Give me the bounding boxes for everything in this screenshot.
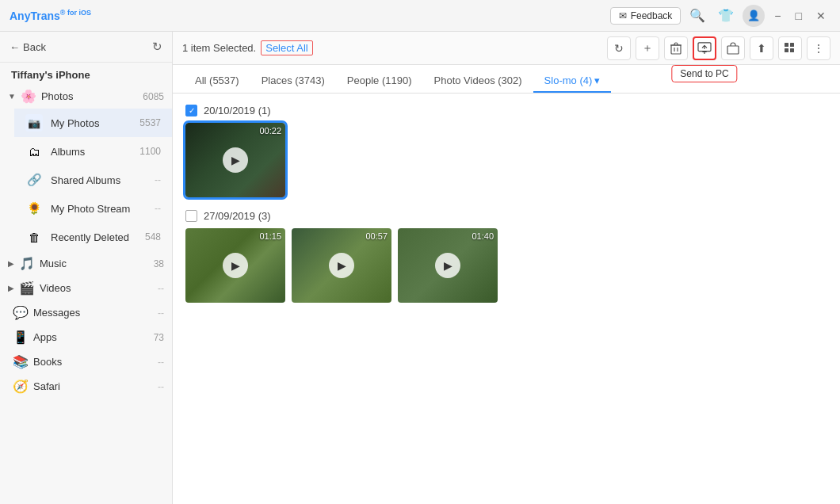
shared-albums-label: Shared Albums	[51, 174, 147, 186]
tab-photo-videos[interactable]: Photo Videos (302)	[423, 70, 533, 93]
books-icon: 📚	[13, 354, 29, 369]
apps-icon: 📱	[13, 330, 29, 345]
feedback-button[interactable]: ✉ Feedback	[610, 7, 682, 25]
thumb-duration-2: 01:15	[259, 231, 281, 241]
add-button[interactable]: ＋	[636, 36, 659, 60]
videos-icon: 🎬	[19, 281, 35, 296]
photos-icon: 🌸	[21, 89, 36, 104]
close-button[interactable]: ✕	[811, 6, 830, 25]
app-logo: AnyTrans® for iOS	[10, 9, 610, 22]
tab-slo-mo[interactable]: Slo-mo (4) ▾	[533, 70, 612, 93]
maximize-button[interactable]: □	[791, 6, 807, 25]
date-header-2: 27/09/2019 (3)	[185, 210, 827, 222]
books-label: Books	[33, 356, 153, 368]
date-group-2: 27/09/2019 (3) 01:15 ▶ 00:57 ▶ 01:40 ▶	[185, 210, 827, 303]
my-photos-label: My Photos	[51, 117, 132, 129]
photo-thumb-3[interactable]: 00:57 ▶	[292, 228, 391, 303]
search-button[interactable]: 🔍	[685, 4, 709, 28]
my-photos-icon: 📷	[25, 114, 43, 132]
date-group-1: ✓ 20/10/2019 (1) 00:22 ▶	[185, 105, 827, 197]
minimize-button[interactable]: −	[769, 6, 785, 25]
recently-deleted-count: 548	[145, 231, 161, 242]
shared-albums-icon: 🔗	[25, 171, 43, 189]
thumb-duration-3: 00:57	[365, 231, 388, 241]
sidebar-item-videos[interactable]: ▶ 🎬 Videos --	[0, 276, 172, 300]
music-count: 38	[154, 258, 164, 269]
sidebar-group-photos: ▼ 🌸 Photos 6085 📷 My Photos 5537 🗂 Album…	[0, 84, 172, 251]
svg-rect-9	[785, 43, 788, 47]
grid-view-button[interactable]	[778, 36, 802, 60]
recently-deleted-label: Recently Deleted	[51, 231, 137, 243]
videos-label: Videos	[40, 282, 153, 294]
export-button[interactable]	[721, 36, 745, 60]
tab-people[interactable]: People (1190)	[336, 70, 423, 93]
svg-rect-12	[790, 48, 794, 52]
date-checkbox-2[interactable]	[185, 210, 197, 222]
svg-rect-8	[727, 46, 739, 54]
photo-thumb-2[interactable]: 01:15 ▶	[185, 228, 285, 303]
sidebar-item-my-photos[interactable]: 📷 My Photos 5537	[14, 109, 172, 137]
tab-places[interactable]: Places (3743)	[250, 70, 336, 93]
main-layout: ← Back ↻ Tiffany's iPhone ▼ 🌸 Photos 608…	[0, 32, 840, 504]
photo-stream-count: --	[155, 203, 161, 214]
photo-thumb-4[interactable]: 01:40 ▶	[398, 228, 498, 303]
expand-arrow-icon: ▼	[8, 92, 16, 101]
photo-thumb-1[interactable]: 00:22 ▶	[185, 123, 285, 197]
sidebar-item-albums[interactable]: 🗂 Albums 1100	[14, 137, 172, 166]
play-button-3[interactable]: ▶	[329, 253, 354, 278]
sidebar-item-safari[interactable]: 🧭 Safari --	[0, 374, 172, 399]
sidebar-item-my-photo-stream[interactable]: 🌻 My Photo Stream --	[14, 194, 172, 223]
slo-mo-dropdown-icon: ▾	[594, 74, 600, 86]
photos-label: Photos	[41, 90, 138, 102]
date-header-1: ✓ 20/10/2019 (1)	[185, 105, 827, 116]
play-button-4[interactable]: ▶	[435, 253, 460, 278]
sidebar-item-messages[interactable]: 💬 Messages --	[0, 300, 172, 325]
device-name: Tiffany's iPhone	[0, 63, 172, 84]
photo-row-1: 00:22 ▶	[185, 123, 827, 197]
messages-label: Messages	[33, 307, 153, 319]
toolbar: 1 item Selected. Select All ↻ ＋	[173, 32, 840, 65]
refresh-button[interactable]: ↻	[152, 40, 162, 54]
albums-count: 1100	[139, 146, 161, 157]
apps-count: 73	[154, 332, 164, 343]
play-button-1[interactable]: ▶	[223, 147, 248, 173]
photo-stream-icon: 🌻	[25, 200, 43, 217]
safari-label: Safari	[33, 380, 153, 392]
titlebar: AnyTrans® for iOS ✉ Feedback 🔍 👕 👤 − □ ✕	[0, 0, 840, 32]
sidebar-group-header-photos[interactable]: ▼ 🌸 Photos 6085	[0, 84, 172, 109]
thumb-duration-1: 00:22	[259, 126, 281, 136]
send-to-pc-button[interactable]	[693, 36, 716, 60]
albums-label: Albums	[51, 146, 132, 158]
user-avatar: 👤	[743, 5, 765, 27]
email-icon: ✉	[619, 10, 627, 21]
more-options-button[interactable]: ⋮	[807, 36, 830, 60]
sidebar-item-music[interactable]: ▶ 🎵 Music 38	[0, 251, 172, 276]
select-all-link[interactable]: Select All	[261, 40, 312, 55]
refresh-toolbar-button[interactable]: ↻	[607, 36, 631, 60]
date-checkbox-1[interactable]: ✓	[185, 105, 197, 116]
thumb-duration-4: 01:40	[472, 231, 494, 241]
tabs-bar: All (5537) Places (3743) People (1190) P…	[173, 65, 840, 94]
tab-all[interactable]: All (5537)	[184, 70, 250, 93]
recently-deleted-icon: 🗑	[25, 228, 43, 246]
sidebar: ← Back ↻ Tiffany's iPhone ▼ 🌸 Photos 608…	[0, 32, 173, 504]
toolbar-left: 1 item Selected. Select All	[182, 40, 313, 55]
sidebar-item-apps[interactable]: 📱 Apps 73	[0, 325, 172, 349]
sidebar-item-recently-deleted[interactable]: 🗑 Recently Deleted 548	[14, 223, 172, 251]
expand-arrow-videos-icon: ▶	[8, 284, 14, 292]
albums-icon: 🗂	[25, 143, 43, 160]
books-count: --	[158, 357, 164, 368]
titlebar-actions: ✉ Feedback 🔍 👕 👤 − □ ✕	[610, 4, 830, 28]
toolbar-right: ↻ ＋ Send to	[607, 36, 830, 60]
shirt-button[interactable]: 👕	[714, 4, 738, 28]
back-button[interactable]: ← Back	[10, 41, 46, 53]
sidebar-item-shared-albums[interactable]: 🔗 Shared Albums --	[14, 166, 172, 194]
sidebar-item-books[interactable]: 📚 Books --	[0, 349, 172, 374]
play-button-2[interactable]: ▶	[223, 253, 248, 278]
upload-button[interactable]: ⬆	[750, 36, 773, 60]
photos-subitems: 📷 My Photos 5537 🗂 Albums 1100 🔗 Shared …	[0, 109, 172, 251]
content-area: 1 item Selected. Select All ↻ ＋	[173, 32, 840, 504]
music-label: Music	[40, 258, 149, 269]
delete-button[interactable]	[664, 36, 688, 60]
messages-count: --	[158, 307, 164, 319]
